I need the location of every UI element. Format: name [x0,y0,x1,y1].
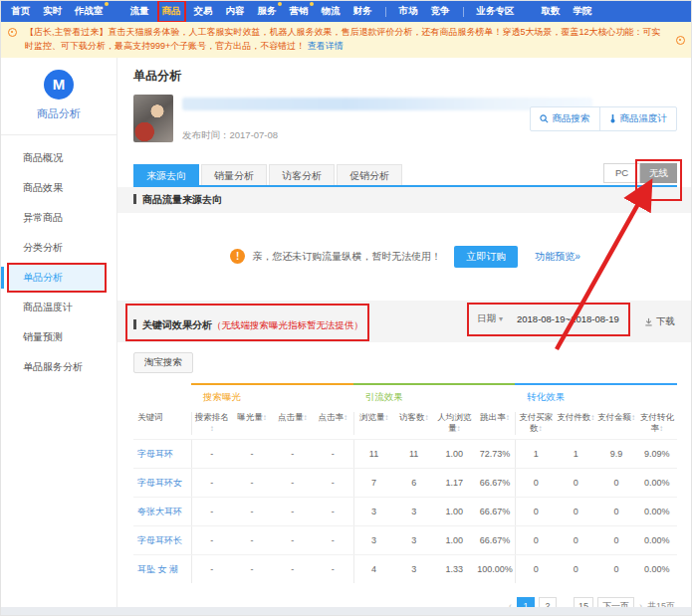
table-row: 字母耳环 - - - - 11 11 1.00 72.73% 1 1 9.9 9… [133,439,677,468]
nav-item-business-zone[interactable]: 业务专区 [477,5,515,18]
download-button[interactable]: 下载 [644,315,675,328]
col-ctr[interactable]: 点击率↕ [313,412,353,435]
table-row: 耳坠 女 潮 - - - - 4 3 1.33 100.00% 0 0 0 0.… [133,554,677,583]
keyword-link[interactable]: 字母耳环女 [133,469,191,497]
cell: - [272,440,313,468]
nav-item-realtime[interactable]: 实时 [43,5,62,18]
nav-divider [385,7,386,17]
col-exposure[interactable]: 曝光量↕ [232,412,273,435]
sort-icon: ↕ [631,413,635,422]
product-search-button[interactable]: 商品搜索 [531,107,599,130]
col-clicks[interactable]: 点击量↕ [272,412,313,435]
cell: 0 [515,526,556,554]
sidebar-item-product-overview[interactable]: 商品概况 [1,143,116,173]
tab-source-destination[interactable]: 来源去向 [133,164,199,185]
cell: 11 [353,440,394,468]
col-bounce-rate[interactable]: 跳出率↕ [475,412,516,435]
col-pageviews[interactable]: 浏览量↕ [353,412,394,435]
sort-icon: ↕ [457,424,461,433]
cell: 1 [556,440,596,468]
flow-section-title: 商品流量来源去向 [117,187,691,213]
cell: 1.00 [434,526,475,554]
cell: 66.67% [475,469,516,497]
product-thermometer-button[interactable]: 商品温度计 [599,107,677,130]
cell: - [232,526,273,554]
nav-item-finance[interactable]: 财务 [353,5,372,18]
sidebar-item-sales-forecast[interactable]: 销量预测 [1,322,116,352]
cell: 7 [353,469,394,497]
device-pc-button[interactable]: PC [603,163,640,183]
nav-item-data-fetch[interactable]: 取数 [542,5,561,18]
nav-item-marketing[interactable]: 营销 [290,5,309,18]
nav-item-traffic[interactable]: 流量 [130,5,149,18]
view-details-link[interactable]: 查看详情 [308,41,344,51]
keyword-link[interactable]: 夸张大耳环 [133,498,191,525]
nav-item-product[interactable]: 商品 [162,5,181,18]
main-content: 单品分析 发布时间：2017-07-08 商品搜索 商品温度计 [117,58,691,611]
col-search-rank[interactable]: 搜索排名↕ [191,412,232,435]
tab-promotion-analysis[interactable]: 促销分析 [337,164,402,185]
col-paying-buyers[interactable]: 支付买家数↕ [515,412,556,435]
cell: 1.17 [434,469,475,497]
sidebar-item-abnormal-products[interactable]: 异常商品 [1,203,116,233]
col-conversion-rate[interactable]: 支付转化率↕ [636,412,677,435]
cell: - [313,469,353,497]
col-paid-items[interactable]: 支付件数↕ [556,412,596,435]
cell: 4 [353,555,394,583]
nav-item-market[interactable]: 市场 [399,5,418,18]
cell: - [191,469,232,497]
col-visitors[interactable]: 访客数↕ [393,412,434,435]
table-header-row: 关键词 搜索排名↕ 曝光量↕ 点击量↕ 点击率↕ 浏览量↕ 访客数↕ 人均浏览量… [133,406,677,439]
nav-item-war-room[interactable]: 作战室 [75,5,104,18]
nav-item-competition[interactable]: 竞争 [431,5,450,18]
sidebar-item-single-product-service[interactable]: 单品服务分析 [1,352,116,382]
date-range-picker[interactable]: 日期 ▾ 2018-08-19~2018-08-19 [477,312,622,326]
group-spacer [133,383,191,406]
keyword-link[interactable]: 字母耳环长 [133,526,191,554]
tab-visitor-analysis[interactable]: 访客分析 [269,164,335,185]
sidebar-item-product-thermometer[interactable]: 商品温度计 [1,293,116,322]
nav-item-logistics[interactable]: 物流 [322,5,341,18]
feature-preview-link[interactable]: 功能预览» [535,250,580,264]
tab-sales-analysis[interactable]: 销量分析 [201,164,267,185]
subtab-taobao-search[interactable]: 淘宝搜索 [133,352,193,373]
sidebar: M 商品分析 商品概况 商品效果 异常商品 分类分析 单品分析 商品温度计 销量… [1,58,117,611]
nav-item-academy[interactable]: 学院 [574,5,592,18]
cell: 100.00% [475,555,516,583]
nav-item-trade[interactable]: 交易 [194,5,213,18]
announcement-bar: 【店长,主管看过来】直击天猫服务体验，人工客服实时效益，机器人服务效果，售后退款… [1,22,691,58]
app-name: 商品分析 [1,106,116,121]
order-now-button[interactable]: 立即订购 [454,246,518,268]
cell: 0 [515,469,556,497]
cell: 1.00 [434,440,475,468]
cell: 9.9 [596,440,637,468]
col-paid-amount[interactable]: 支付金额↕ [596,412,637,435]
sort-icon: ↕ [344,413,347,422]
download-icon [644,317,653,326]
col-avg-views[interactable]: 人均浏览量↕ [434,412,475,435]
cell: 3 [393,555,434,583]
cell: - [313,555,353,583]
nav-item-service[interactable]: 服务 [258,5,277,18]
sidebar-item-product-effect[interactable]: 商品效果 [1,173,116,203]
keyword-link[interactable]: 耳坠 女 潮 [133,555,191,583]
cell: 0 [556,555,596,583]
cell: 0 [556,498,596,525]
cell: 3 [393,498,434,525]
sidebar-item-category-analysis[interactable]: 分类分析 [1,233,116,263]
table-row: 字母耳环女 - - - - 7 6 1.17 66.67% 0 0 0 0.00… [133,468,677,497]
cell: - [232,440,273,468]
device-wireless-button[interactable]: 无线 [640,163,677,183]
announcement-close-icon[interactable] [676,36,685,45]
sort-icon: ↕ [659,424,663,433]
nav-item-content[interactable]: 内容 [226,5,245,18]
product-thumbnail [133,95,173,142]
announcement-icon [8,28,17,37]
nav-item-home[interactable]: 首页 [11,5,30,18]
cell: - [191,555,232,583]
keyword-link[interactable]: 字母耳环 [133,440,191,468]
sidebar-item-single-product-analysis[interactable]: 单品分析 [9,265,105,291]
subscription-notice-text: 亲，您还未订购流量纵横，暂时无法使用！ [252,250,441,264]
cell: 72.73% [475,440,516,468]
cell: - [232,469,273,497]
